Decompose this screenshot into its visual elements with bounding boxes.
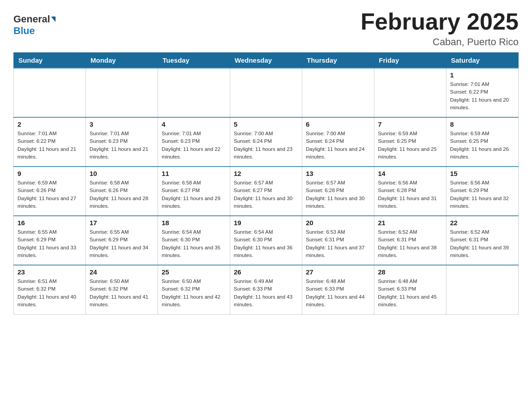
table-row: 12Sunrise: 6:57 AMSunset: 6:27 PMDayligh… <box>230 167 302 216</box>
day-number: 18 <box>162 219 226 227</box>
day-number: 4 <box>162 120 226 128</box>
day-number: 19 <box>234 219 298 227</box>
day-number: 16 <box>17 219 82 227</box>
table-row: 22Sunrise: 6:52 AMSunset: 6:31 PMDayligh… <box>446 216 519 265</box>
table-row: 18Sunrise: 6:54 AMSunset: 6:30 PMDayligh… <box>158 216 230 265</box>
day-number: 26 <box>234 268 298 276</box>
table-row: 3Sunrise: 7:01 AMSunset: 6:23 PMDaylight… <box>86 117 158 167</box>
table-row: 5Sunrise: 7:00 AMSunset: 6:24 PMDaylight… <box>230 117 302 167</box>
title-area: February 2025 Caban, Puerto Rico <box>360 9 519 48</box>
table-row: 17Sunrise: 6:55 AMSunset: 6:29 PMDayligh… <box>86 216 158 265</box>
table-row <box>86 68 158 117</box>
day-info: Sunrise: 6:51 AMSunset: 6:32 PMDaylight:… <box>17 278 82 308</box>
table-row: 24Sunrise: 6:50 AMSunset: 6:32 PMDayligh… <box>86 265 158 314</box>
day-info: Sunrise: 7:01 AMSunset: 6:23 PMDaylight:… <box>90 130 154 161</box>
day-info: Sunrise: 6:48 AMSunset: 6:33 PMDaylight:… <box>378 278 442 308</box>
table-row: 11Sunrise: 6:58 AMSunset: 6:27 PMDayligh… <box>158 167 230 216</box>
calendar-table: Sunday Monday Tuesday Wednesday Thursday… <box>13 52 519 315</box>
table-row: 27Sunrise: 6:48 AMSunset: 6:33 PMDayligh… <box>302 265 374 314</box>
day-number: 1 <box>450 71 515 79</box>
col-thursday: Thursday <box>302 53 374 68</box>
table-row: 23Sunrise: 6:51 AMSunset: 6:32 PMDayligh… <box>14 265 86 314</box>
day-number: 24 <box>90 268 154 276</box>
table-row: 1Sunrise: 7:01 AMSunset: 6:22 PMDaylight… <box>446 68 519 117</box>
day-number: 25 <box>162 268 226 276</box>
month-title: February 2025 <box>360 9 519 34</box>
col-saturday: Saturday <box>446 53 519 68</box>
table-row <box>374 68 446 117</box>
calendar-week-row: 23Sunrise: 6:51 AMSunset: 6:32 PMDayligh… <box>14 265 519 314</box>
table-row: 9Sunrise: 6:59 AMSunset: 6:26 PMDaylight… <box>14 167 86 216</box>
table-row: 15Sunrise: 6:56 AMSunset: 6:29 PMDayligh… <box>446 167 519 216</box>
day-info: Sunrise: 7:00 AMSunset: 6:24 PMDaylight:… <box>234 130 298 161</box>
day-number: 6 <box>306 120 370 128</box>
day-info: Sunrise: 6:48 AMSunset: 6:33 PMDaylight:… <box>306 278 370 308</box>
page-header: General Blue February 2025 Caban, Puerto… <box>13 9 519 48</box>
table-row: 28Sunrise: 6:48 AMSunset: 6:33 PMDayligh… <box>374 265 446 314</box>
table-row: 10Sunrise: 6:58 AMSunset: 6:26 PMDayligh… <box>86 167 158 216</box>
day-number: 22 <box>450 219 515 227</box>
calendar-week-row: 2Sunrise: 7:01 AMSunset: 6:22 PMDaylight… <box>14 117 519 167</box>
table-row <box>14 68 86 117</box>
table-row: 13Sunrise: 6:57 AMSunset: 6:28 PMDayligh… <box>302 167 374 216</box>
col-friday: Friday <box>374 53 446 68</box>
day-number: 14 <box>378 170 442 177</box>
day-info: Sunrise: 7:00 AMSunset: 6:24 PMDaylight:… <box>306 130 370 161</box>
table-row: 21Sunrise: 6:52 AMSunset: 6:31 PMDayligh… <box>374 216 446 265</box>
day-number: 8 <box>450 120 515 128</box>
col-wednesday: Wednesday <box>230 53 302 68</box>
day-info: Sunrise: 6:52 AMSunset: 6:31 PMDaylight:… <box>378 228 442 259</box>
day-info: Sunrise: 6:53 AMSunset: 6:31 PMDaylight:… <box>306 228 370 259</box>
table-row: 4Sunrise: 7:01 AMSunset: 6:23 PMDaylight… <box>158 117 230 167</box>
day-info: Sunrise: 6:49 AMSunset: 6:33 PMDaylight:… <box>234 278 298 308</box>
day-number: 28 <box>378 268 442 276</box>
day-number: 13 <box>306 170 370 177</box>
col-sunday: Sunday <box>14 53 86 68</box>
logo-text: General <box>13 13 56 25</box>
table-row: 20Sunrise: 6:53 AMSunset: 6:31 PMDayligh… <box>302 216 374 265</box>
table-row: 14Sunrise: 6:56 AMSunset: 6:28 PMDayligh… <box>374 167 446 216</box>
day-info: Sunrise: 7:01 AMSunset: 6:23 PMDaylight:… <box>162 130 226 161</box>
day-info: Sunrise: 6:50 AMSunset: 6:32 PMDaylight:… <box>162 278 226 308</box>
day-info: Sunrise: 6:52 AMSunset: 6:31 PMDaylight:… <box>450 228 515 259</box>
location-label: Caban, Puerto Rico <box>360 36 519 48</box>
day-number: 2 <box>17 120 82 128</box>
logo: General Blue <box>13 9 56 37</box>
day-info: Sunrise: 6:56 AMSunset: 6:28 PMDaylight:… <box>378 179 442 210</box>
day-info: Sunrise: 7:01 AMSunset: 6:22 PMDaylight:… <box>17 130 82 161</box>
table-row: 25Sunrise: 6:50 AMSunset: 6:32 PMDayligh… <box>158 265 230 314</box>
table-row: 19Sunrise: 6:54 AMSunset: 6:30 PMDayligh… <box>230 216 302 265</box>
day-info: Sunrise: 6:59 AMSunset: 6:26 PMDaylight:… <box>17 179 82 210</box>
table-row: 16Sunrise: 6:55 AMSunset: 6:29 PMDayligh… <box>14 216 86 265</box>
table-row: 6Sunrise: 7:00 AMSunset: 6:24 PMDaylight… <box>302 117 374 167</box>
day-info: Sunrise: 6:55 AMSunset: 6:29 PMDaylight:… <box>90 228 154 259</box>
table-row: 7Sunrise: 6:59 AMSunset: 6:25 PMDaylight… <box>374 117 446 167</box>
day-number: 27 <box>306 268 370 276</box>
table-row: 8Sunrise: 6:59 AMSunset: 6:25 PMDaylight… <box>446 117 519 167</box>
day-number: 9 <box>17 170 82 177</box>
day-number: 21 <box>378 219 442 227</box>
day-info: Sunrise: 6:58 AMSunset: 6:27 PMDaylight:… <box>162 179 226 210</box>
day-info: Sunrise: 6:54 AMSunset: 6:30 PMDaylight:… <box>234 228 298 259</box>
day-info: Sunrise: 6:58 AMSunset: 6:26 PMDaylight:… <box>90 179 154 210</box>
col-tuesday: Tuesday <box>158 53 230 68</box>
day-number: 15 <box>450 170 515 177</box>
day-number: 10 <box>90 170 154 177</box>
table-row: 2Sunrise: 7:01 AMSunset: 6:22 PMDaylight… <box>14 117 86 167</box>
logo-general: General <box>13 13 50 25</box>
table-row <box>158 68 230 117</box>
day-number: 11 <box>162 170 226 177</box>
table-row <box>446 265 519 314</box>
day-info: Sunrise: 6:55 AMSunset: 6:29 PMDaylight:… <box>17 228 82 259</box>
day-info: Sunrise: 7:01 AMSunset: 6:22 PMDaylight:… <box>450 81 515 111</box>
calendar-header-row: Sunday Monday Tuesday Wednesday Thursday… <box>14 53 519 68</box>
day-info: Sunrise: 6:54 AMSunset: 6:30 PMDaylight:… <box>162 228 226 259</box>
day-info: Sunrise: 6:57 AMSunset: 6:28 PMDaylight:… <box>306 179 370 210</box>
day-number: 3 <box>90 120 154 128</box>
day-number: 20 <box>306 219 370 227</box>
table-row <box>230 68 302 117</box>
day-number: 23 <box>17 268 82 276</box>
day-info: Sunrise: 6:59 AMSunset: 6:25 PMDaylight:… <box>378 130 442 161</box>
day-info: Sunrise: 6:50 AMSunset: 6:32 PMDaylight:… <box>90 278 154 308</box>
calendar-week-row: 9Sunrise: 6:59 AMSunset: 6:26 PMDaylight… <box>14 167 519 216</box>
